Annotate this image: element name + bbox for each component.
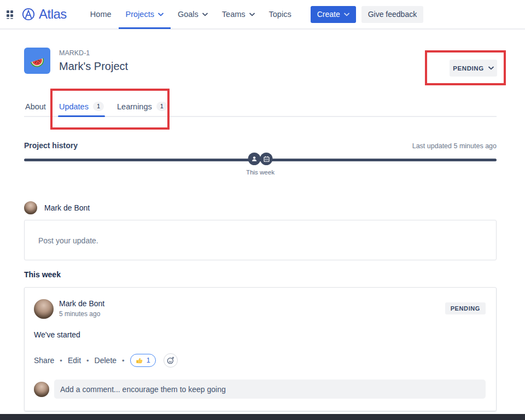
add-comment-placeholder: Add a comment... encourage them to keep … (60, 385, 226, 394)
avatar (34, 382, 49, 397)
update-card: Mark de Bont 5 minutes ago PENDING We've… (24, 287, 497, 411)
project-status-dropdown[interactable]: PENDING (450, 60, 497, 77)
post-update-input[interactable]: Post your update. (24, 220, 497, 260)
update-card-header: Mark de Bont 5 minutes ago PENDING (34, 299, 486, 319)
comment-row: Add a comment... encourage them to keep … (34, 380, 486, 399)
nav-home[interactable]: Home (83, 0, 119, 29)
tab-updates[interactable]: Updates 1 (58, 102, 105, 116)
nav-projects[interactable]: Projects (119, 0, 171, 29)
calendar-icon (263, 156, 270, 162)
project-history-heading: Project history (24, 141, 78, 150)
share-link[interactable]: Share (34, 356, 54, 365)
smiley-plus-icon (166, 356, 175, 365)
add-comment-input[interactable]: Add a comment... encourage them to keep … (54, 380, 486, 399)
atlas-project-page: Atlas Home Projects Goals Teams (0, 0, 525, 420)
chevron-down-icon (202, 13, 208, 16)
thumbs-up-reaction-button[interactable]: 1 (130, 354, 156, 367)
nav-goals-label: Goals (178, 10, 199, 19)
reaction-count: 1 (147, 357, 150, 364)
nav-topics-label: Topics (269, 10, 291, 19)
project-history-header: Project history Last updated 5 minutes a… (24, 141, 497, 150)
add-reaction-button[interactable] (164, 353, 178, 368)
update-actions-row: Share • Edit • Delete • 1 (34, 353, 486, 368)
tab-learnings-label: Learnings (117, 102, 152, 111)
project-icon-tile (24, 48, 50, 74)
avatar (34, 299, 54, 319)
update-timestamp: 5 minutes ago (59, 310, 104, 318)
watermelon-icon (28, 52, 46, 69)
nav-goals[interactable]: Goals (171, 0, 215, 29)
update-body-text: We've started (34, 330, 486, 339)
tab-about-label: About (25, 102, 46, 111)
project-titles: MARKD-1 Mark's Project (59, 48, 128, 74)
separator-dot: • (86, 357, 89, 365)
chevron-down-icon (488, 66, 494, 70)
chevron-down-icon (158, 13, 164, 16)
tab-learnings[interactable]: Learnings 1 (116, 102, 168, 116)
this-week-heading: This week (24, 270, 497, 279)
post-update-placeholder: Post your update. (25, 220, 496, 245)
composer-author-row: Mark de Bont (24, 201, 497, 214)
avatar (24, 201, 37, 214)
person-icon (251, 155, 258, 162)
chevron-down-icon (249, 13, 255, 16)
bottom-bar (0, 414, 525, 420)
project-status-label: PENDING (453, 65, 484, 72)
give-feedback-button[interactable]: Give feedback (361, 6, 424, 23)
project-tabs: About Updates 1 Learnings 1 (24, 102, 497, 117)
separator-dot: • (122, 357, 125, 365)
last-updated-text: Last updated 5 minutes ago (412, 142, 497, 150)
give-feedback-label: Give feedback (368, 10, 417, 19)
timeline-calendar-marker (260, 153, 273, 165)
project-timeline: This week (24, 152, 497, 179)
update-author-name: Mark de Bont (59, 299, 104, 308)
create-button[interactable]: Create (311, 6, 356, 23)
thumbs-up-icon (136, 357, 144, 365)
nav-teams[interactable]: Teams (215, 0, 262, 29)
nav-teams-label: Teams (222, 10, 246, 19)
nav-home-label: Home (90, 10, 112, 19)
nav-projects-label: Projects (126, 10, 154, 19)
app-switcher-icon[interactable] (3, 7, 18, 21)
grid-icon (6, 10, 15, 19)
create-button-label: Create (317, 10, 340, 19)
main-content: MARKD-1 Mark's Project PENDING About Upd… (0, 48, 525, 411)
chevron-down-icon (344, 13, 349, 16)
edit-link[interactable]: Edit (68, 356, 81, 365)
update-author-block: Mark de Bont 5 minutes ago (59, 299, 104, 319)
primary-nav: Home Projects Goals Teams (83, 0, 299, 29)
delete-link[interactable]: Delete (95, 356, 116, 365)
timeline-person-marker (248, 153, 261, 165)
logo-wordmark: Atlas (39, 7, 67, 22)
tab-about[interactable]: About (24, 102, 47, 116)
composer-author-name: Mark de Bont (44, 203, 90, 212)
nav-topics[interactable]: Topics (262, 0, 299, 29)
top-nav: Atlas Home Projects Goals Teams (0, 0, 525, 30)
timeline-week-label: This week (246, 169, 275, 176)
learnings-count-badge: 1 (156, 102, 167, 111)
page-title: Mark's Project (59, 60, 128, 73)
update-status-badge: PENDING (445, 302, 486, 314)
separator-dot: • (60, 357, 62, 365)
globe-icon (21, 7, 36, 22)
atlas-logo[interactable]: Atlas (21, 7, 67, 22)
tab-updates-label: Updates (59, 102, 89, 111)
project-header: MARKD-1 Mark's Project (24, 48, 497, 74)
timeline-marker[interactable] (248, 153, 273, 165)
updates-count-badge: 1 (93, 102, 104, 111)
project-key: MARKD-1 (59, 49, 128, 57)
